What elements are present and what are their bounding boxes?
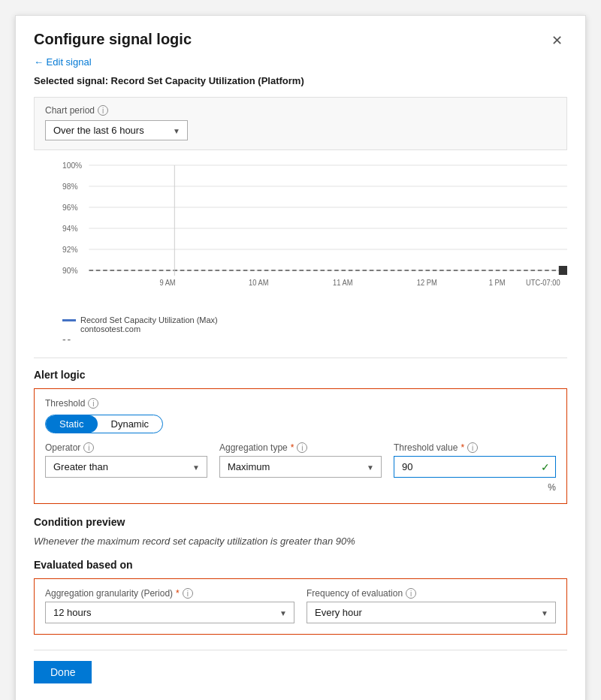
threshold-value-info-icon[interactable]: i (467, 442, 478, 453)
condition-preview-text: Whenever the maximum record set capacity… (34, 536, 567, 547)
svg-text:90%: 90% (62, 266, 78, 275)
chart-period-label: Chart period i (45, 105, 556, 116)
panel-title: Configure signal logic (34, 31, 192, 48)
close-button[interactable]: ✕ (547, 31, 567, 50)
selected-signal-label: Selected signal: Record Set Capacity Uti… (34, 75, 567, 86)
svg-text:11 AM: 11 AM (333, 279, 352, 287)
aggregation-group: Aggregation type * i Maximum ▼ (219, 442, 382, 478)
done-button[interactable]: Done (34, 661, 92, 683)
panel-header: Configure signal logic ✕ (34, 31, 567, 50)
percent-label: % (394, 482, 556, 493)
chart-period-select[interactable]: Over the last 6 hours (45, 120, 188, 140)
alert-logic-title: Alert logic (34, 369, 567, 381)
operator-group: Operator i Greater than ▼ (45, 442, 207, 478)
alert-logic-box: Threshold i Static Dynamic Operator i (34, 388, 567, 504)
evaluated-red-box: Aggregation granularity (Period) * i 12 … (34, 578, 567, 635)
aggregation-label: Aggregation type * i (219, 442, 382, 453)
svg-text:9 AM: 9 AM (159, 279, 175, 287)
granularity-info-icon[interactable]: i (183, 588, 193, 599)
legend-item-capacity: Record Set Capacity Utilization (Max) (62, 315, 567, 324)
chart-svg: 100% 98% 96% 94% 92% 90% 9 AM 10 AM 11 A… (62, 159, 567, 287)
threshold-check-icon: ✓ (541, 461, 550, 473)
aggregation-select-wrapper: Maximum ▼ (219, 456, 382, 478)
frequency-label: Frequency of evaluation i (307, 588, 556, 599)
granularity-group: Aggregation granularity (Period) * i 12 … (45, 588, 294, 623)
configure-signal-logic-panel: Configure signal logic ✕ ← Edit signal S… (15, 15, 586, 700)
svg-text:100%: 100% (62, 161, 83, 170)
toggle-static-button[interactable]: Static (46, 415, 98, 433)
threshold-required-star: * (461, 442, 464, 453)
legend-color-bar (62, 319, 76, 321)
edit-signal-link[interactable]: ← Edit signal (34, 56, 92, 68)
granularity-select-wrapper: 12 hours ▼ (45, 602, 294, 623)
operator-select[interactable]: Greater than (45, 456, 207, 478)
divider-2 (34, 650, 567, 650)
divider-1 (34, 358, 567, 358)
threshold-value-label: Threshold value * i (394, 442, 556, 453)
frequency-select[interactable]: Every hour (307, 602, 556, 623)
threshold-value-wrapper: ✓ (394, 456, 556, 478)
alert-logic-section: Alert logic Threshold i Static Dynamic O… (34, 369, 567, 635)
svg-text:10 AM: 10 AM (249, 279, 268, 287)
svg-rect-20 (559, 266, 567, 275)
granularity-select[interactable]: 12 hours (45, 602, 294, 623)
legend-item-domain: contosotest.com (62, 324, 567, 333)
threshold-toggle[interactable]: Static Dynamic (45, 415, 163, 433)
operator-select-wrapper: Greater than ▼ (45, 456, 207, 478)
svg-text:94%: 94% (62, 224, 78, 233)
frequency-group: Frequency of evaluation i Every hour ▼ (307, 588, 556, 623)
svg-text:12 PM: 12 PM (417, 279, 437, 287)
frequency-select-wrapper: Every hour ▼ (307, 602, 556, 623)
chart-period-section: Chart period i Over the last 6 hours ▼ (34, 97, 567, 150)
svg-text:1 PM: 1 PM (489, 279, 506, 287)
operator-info-icon[interactable]: i (83, 442, 94, 453)
aggregation-required-star: * (291, 442, 294, 453)
granularity-label: Aggregation granularity (Period) * i (45, 588, 294, 599)
aggregation-select[interactable]: Maximum (219, 456, 382, 478)
svg-text:98%: 98% (62, 182, 78, 191)
chart-period-select-wrapper: Over the last 6 hours ▼ (45, 120, 188, 140)
condition-preview-section: Condition preview Whenever the maximum r… (34, 516, 567, 547)
chart-period-info-icon[interactable]: i (98, 105, 108, 116)
svg-text:92%: 92% (62, 245, 78, 254)
aggregation-info-icon[interactable]: i (297, 442, 307, 453)
svg-text:96%: 96% (62, 203, 78, 212)
alert-logic-form-row: Operator i Greater than ▼ Aggregation ty… (45, 442, 556, 493)
threshold-value-input[interactable] (394, 456, 556, 478)
threshold-value-group: Threshold value * i ✓ % (394, 442, 556, 493)
evaluated-title: Evaluated based on (34, 559, 567, 571)
chart-legend: Record Set Capacity Utilization (Max) co… (62, 315, 567, 345)
threshold-label: Threshold i (45, 398, 556, 409)
condition-preview-title: Condition preview (34, 516, 567, 528)
toggle-dynamic-button[interactable]: Dynamic (98, 415, 163, 433)
svg-text:UTC-07:00: UTC-07:00 (526, 279, 560, 287)
frequency-info-icon[interactable]: i (406, 588, 416, 599)
legend-item-dashes: - - (62, 333, 567, 345)
granularity-required-star: * (176, 588, 180, 599)
evaluated-based-on-section: Evaluated based on Aggregation granulari… (34, 559, 567, 635)
operator-label: Operator i (45, 442, 207, 453)
threshold-info-icon[interactable]: i (88, 398, 98, 409)
eval-row: Aggregation granularity (Period) * i 12 … (45, 588, 556, 623)
chart-area: 100% 98% 96% 94% 92% 90% 9 AM 10 AM 11 A… (34, 159, 567, 309)
